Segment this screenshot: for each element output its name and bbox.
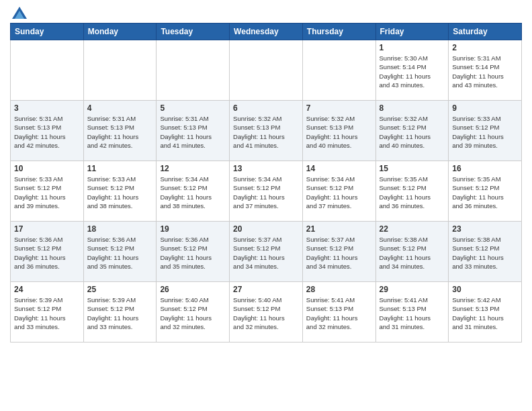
day-number: 13 xyxy=(233,164,299,173)
calendar-cell: 6Sunrise: 5:32 AM Sunset: 5:13 PM Daylig… xyxy=(230,101,303,161)
day-of-week-header: Wednesday xyxy=(230,24,303,40)
day-number: 7 xyxy=(306,103,372,113)
day-number: 16 xyxy=(452,164,518,173)
day-info: Sunrise: 5:34 AM Sunset: 5:12 PM Dayligh… xyxy=(306,175,372,210)
calendar-cell: 25Sunrise: 5:39 AM Sunset: 5:12 PM Dayli… xyxy=(83,282,157,342)
day-number: 24 xyxy=(14,285,80,294)
day-info: Sunrise: 5:33 AM Sunset: 5:12 PM Dayligh… xyxy=(87,175,153,210)
day-info: Sunrise: 5:37 AM Sunset: 5:12 PM Dayligh… xyxy=(306,235,372,271)
day-number: 6 xyxy=(233,103,299,113)
calendar-cell: 15Sunrise: 5:35 AM Sunset: 5:12 PM Dayli… xyxy=(375,161,449,222)
day-of-week-header: Tuesday xyxy=(157,24,230,40)
calendar-cell: 4Sunrise: 5:31 AM Sunset: 5:13 PM Daylig… xyxy=(83,101,157,161)
calendar-cell xyxy=(11,40,84,101)
calendar-cell: 24Sunrise: 5:39 AM Sunset: 5:12 PM Dayli… xyxy=(11,282,84,342)
day-info: Sunrise: 5:41 AM Sunset: 5:13 PM Dayligh… xyxy=(380,295,445,331)
day-info: Sunrise: 5:36 AM Sunset: 5:12 PM Dayligh… xyxy=(160,235,226,271)
header xyxy=(10,7,522,19)
day-info: Sunrise: 5:41 AM Sunset: 5:13 PM Dayligh… xyxy=(306,295,372,331)
day-of-week-header: Thursday xyxy=(302,24,375,40)
day-number: 10 xyxy=(14,164,80,173)
day-info: Sunrise: 5:42 AM Sunset: 5:13 PM Dayligh… xyxy=(452,295,518,331)
day-info: Sunrise: 5:33 AM Sunset: 5:12 PM Dayligh… xyxy=(452,114,518,150)
page: SundayMondayTuesdayWednesdayThursdayFrid… xyxy=(0,0,532,349)
calendar-cell: 18Sunrise: 5:36 AM Sunset: 5:12 PM Dayli… xyxy=(83,222,157,282)
calendar-week-row: 10Sunrise: 5:33 AM Sunset: 5:12 PM Dayli… xyxy=(11,161,522,222)
calendar-cell xyxy=(83,40,157,101)
day-info: Sunrise: 5:36 AM Sunset: 5:12 PM Dayligh… xyxy=(87,235,153,271)
calendar-cell: 13Sunrise: 5:34 AM Sunset: 5:12 PM Dayli… xyxy=(230,161,303,222)
day-number: 5 xyxy=(160,103,226,113)
calendar-cell: 28Sunrise: 5:41 AM Sunset: 5:13 PM Dayli… xyxy=(302,282,375,342)
day-number: 29 xyxy=(380,285,445,294)
calendar-cell: 9Sunrise: 5:33 AM Sunset: 5:12 PM Daylig… xyxy=(449,101,522,161)
calendar-cell: 12Sunrise: 5:34 AM Sunset: 5:12 PM Dayli… xyxy=(157,161,230,222)
calendar-cell xyxy=(302,40,375,101)
day-number: 25 xyxy=(87,285,153,294)
calendar-cell: 3Sunrise: 5:31 AM Sunset: 5:13 PM Daylig… xyxy=(11,101,84,161)
day-number: 21 xyxy=(306,224,372,234)
calendar-cell: 22Sunrise: 5:38 AM Sunset: 5:12 PM Dayli… xyxy=(375,222,449,282)
day-of-week-header: Sunday xyxy=(11,24,84,40)
calendar-cell: 27Sunrise: 5:40 AM Sunset: 5:12 PM Dayli… xyxy=(230,282,303,342)
day-of-week-header: Friday xyxy=(375,24,449,40)
calendar-cell: 30Sunrise: 5:42 AM Sunset: 5:13 PM Dayli… xyxy=(449,282,522,342)
day-info: Sunrise: 5:30 AM Sunset: 5:14 PM Dayligh… xyxy=(380,54,445,89)
logo-icon xyxy=(12,7,27,19)
calendar-week-row: 24Sunrise: 5:39 AM Sunset: 5:12 PM Dayli… xyxy=(11,282,522,342)
calendar-cell xyxy=(230,40,303,101)
day-info: Sunrise: 5:31 AM Sunset: 5:14 PM Dayligh… xyxy=(452,54,518,89)
day-number: 22 xyxy=(380,224,445,234)
calendar-cell: 21Sunrise: 5:37 AM Sunset: 5:12 PM Dayli… xyxy=(302,222,375,282)
day-number: 14 xyxy=(306,164,372,173)
day-info: Sunrise: 5:35 AM Sunset: 5:12 PM Dayligh… xyxy=(380,175,445,210)
day-number: 9 xyxy=(452,103,518,113)
day-number: 4 xyxy=(87,103,153,113)
calendar-cell: 23Sunrise: 5:38 AM Sunset: 5:12 PM Dayli… xyxy=(449,222,522,282)
day-of-week-header: Saturday xyxy=(449,24,522,40)
calendar-week-row: 17Sunrise: 5:36 AM Sunset: 5:12 PM Dayli… xyxy=(11,222,522,282)
day-number: 26 xyxy=(160,285,226,294)
day-number: 30 xyxy=(452,285,518,294)
calendar-cell: 19Sunrise: 5:36 AM Sunset: 5:12 PM Dayli… xyxy=(157,222,230,282)
calendar-cell: 11Sunrise: 5:33 AM Sunset: 5:12 PM Dayli… xyxy=(83,161,157,222)
day-number: 1 xyxy=(380,43,445,52)
day-info: Sunrise: 5:36 AM Sunset: 5:12 PM Dayligh… xyxy=(14,235,80,271)
calendar-cell xyxy=(157,40,230,101)
day-info: Sunrise: 5:39 AM Sunset: 5:12 PM Dayligh… xyxy=(14,295,80,331)
day-info: Sunrise: 5:39 AM Sunset: 5:12 PM Dayligh… xyxy=(87,295,153,331)
day-number: 23 xyxy=(452,224,518,234)
calendar-table: SundayMondayTuesdayWednesdayThursdayFrid… xyxy=(10,23,522,342)
logo xyxy=(10,7,27,19)
day-info: Sunrise: 5:32 AM Sunset: 5:13 PM Dayligh… xyxy=(306,114,372,150)
day-info: Sunrise: 5:35 AM Sunset: 5:12 PM Dayligh… xyxy=(452,175,518,210)
day-info: Sunrise: 5:37 AM Sunset: 5:12 PM Dayligh… xyxy=(233,235,299,271)
calendar-cell: 26Sunrise: 5:40 AM Sunset: 5:12 PM Dayli… xyxy=(157,282,230,342)
calendar-cell: 16Sunrise: 5:35 AM Sunset: 5:12 PM Dayli… xyxy=(449,161,522,222)
calendar-cell: 10Sunrise: 5:33 AM Sunset: 5:12 PM Dayli… xyxy=(11,161,84,222)
day-info: Sunrise: 5:38 AM Sunset: 5:12 PM Dayligh… xyxy=(380,235,445,271)
day-info: Sunrise: 5:34 AM Sunset: 5:12 PM Dayligh… xyxy=(160,175,226,210)
day-info: Sunrise: 5:32 AM Sunset: 5:13 PM Dayligh… xyxy=(233,114,299,150)
day-info: Sunrise: 5:32 AM Sunset: 5:12 PM Dayligh… xyxy=(380,114,445,150)
day-info: Sunrise: 5:31 AM Sunset: 5:13 PM Dayligh… xyxy=(14,114,80,150)
calendar-header-row: SundayMondayTuesdayWednesdayThursdayFrid… xyxy=(11,24,522,40)
calendar-cell: 7Sunrise: 5:32 AM Sunset: 5:13 PM Daylig… xyxy=(302,101,375,161)
day-number: 12 xyxy=(160,164,226,173)
day-number: 28 xyxy=(306,285,372,294)
day-number: 20 xyxy=(233,224,299,234)
day-number: 19 xyxy=(160,224,226,234)
day-info: Sunrise: 5:34 AM Sunset: 5:12 PM Dayligh… xyxy=(233,175,299,210)
day-info: Sunrise: 5:40 AM Sunset: 5:12 PM Dayligh… xyxy=(160,295,226,331)
calendar-cell: 29Sunrise: 5:41 AM Sunset: 5:13 PM Dayli… xyxy=(375,282,449,342)
day-info: Sunrise: 5:33 AM Sunset: 5:12 PM Dayligh… xyxy=(14,175,80,210)
day-number: 2 xyxy=(452,43,518,52)
day-number: 27 xyxy=(233,285,299,294)
calendar-cell: 20Sunrise: 5:37 AM Sunset: 5:12 PM Dayli… xyxy=(230,222,303,282)
calendar-week-row: 1Sunrise: 5:30 AM Sunset: 5:14 PM Daylig… xyxy=(11,40,522,101)
day-number: 8 xyxy=(380,103,445,113)
day-number: 3 xyxy=(14,103,80,113)
calendar-cell: 8Sunrise: 5:32 AM Sunset: 5:12 PM Daylig… xyxy=(375,101,449,161)
calendar-week-row: 3Sunrise: 5:31 AM Sunset: 5:13 PM Daylig… xyxy=(11,101,522,161)
day-number: 17 xyxy=(14,224,80,234)
